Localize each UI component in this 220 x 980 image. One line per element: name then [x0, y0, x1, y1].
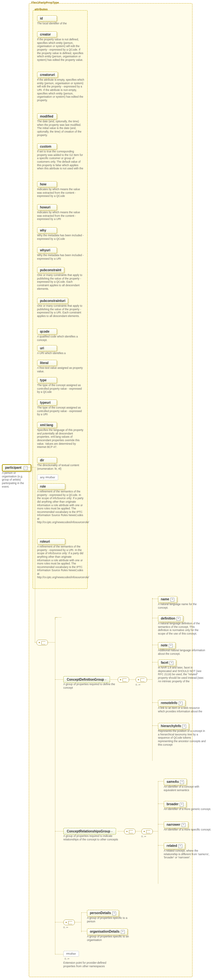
expand-icon[interactable]: + [177, 617, 180, 621]
element-remoteinfo[interactable]: remoteInfo+ [158, 700, 185, 706]
attr-modified[interactable]: modified [37, 113, 57, 119]
element-sameas[interactable]: sameAs+ [164, 779, 187, 785]
expand-icon[interactable]: + [121, 930, 125, 934]
element-desc: A group of properties specific to an org… [87, 935, 135, 942]
expand-icon[interactable]: + [112, 912, 116, 915]
attr-dir[interactable]: dir [37, 457, 57, 463]
attr-creatoruri[interactable]: creatoruri [37, 72, 58, 78]
attr-desc: If the property value is not defined, sp… [37, 38, 84, 62]
sequence-connector [118, 677, 129, 682]
attr-desc: Indicates by which means the value was e… [37, 211, 84, 221]
attr-desc: If the attribute is empty, specifies whi… [37, 78, 84, 102]
attr-why[interactable]: why [37, 228, 57, 233]
element-organisationdetails[interactable]: organisationDetails+ [87, 929, 128, 935]
element-narrower[interactable]: narrower+ [164, 821, 188, 828]
ext-occurrence: 0..∞ [65, 957, 70, 960]
attr-howuri[interactable]: howuri [37, 204, 57, 210]
crg-occurrence: 0..∞ [141, 835, 146, 838]
attributes-box-label: attributes [35, 8, 47, 11]
attr-literal[interactable]: literal [37, 360, 57, 366]
expand-icon[interactable]: + [171, 598, 174, 601]
expand-icon[interactable]: + [182, 724, 186, 729]
attr-type[interactable]: type [37, 377, 57, 383]
root-element-name: participant [5, 466, 21, 469]
attr-role[interactable]: role [37, 484, 65, 490]
attr-roleuri-desc: A refinement of the semantics of the pro… [37, 545, 85, 579]
element-name[interactable]: name+ [158, 596, 177, 603]
attr-desc: The type of the concept assigned as cont… [37, 406, 84, 416]
cdg-card[interactable]: ConceptDefinitionGroup − [63, 676, 110, 683]
choice-connector [136, 677, 147, 682]
element-desc: Represents the position of a concept in … [158, 729, 206, 746]
expand-icon[interactable]: + [180, 780, 184, 784]
collapse-icon[interactable]: − [111, 830, 112, 833]
attr-role-desc: A refinement of the semantics of the pro… [37, 490, 85, 524]
canvas: Flex1PartyPropType attributes [ {"top":4… [0, 0, 220, 980]
attr-desc: A URI which identifies a [37, 352, 84, 355]
attr-roleuri[interactable]: roleuri [37, 538, 65, 544]
extension-any-card: ##other [63, 951, 79, 957]
attr-custom[interactable]: custom [37, 143, 57, 150]
expand-icon[interactable]: + [179, 844, 182, 848]
element-broader[interactable]: broader+ [164, 801, 187, 808]
expand-icon[interactable]: + [182, 823, 185, 827]
expand-icon[interactable]: + [169, 661, 173, 665]
element-related[interactable]: related+ [164, 843, 185, 850]
element-desc: A link to an item or a web resource whic… [158, 706, 206, 713]
element-note[interactable]: note+ [158, 642, 176, 649]
attr-desc: The directionality of textual content (e… [37, 464, 84, 470]
element-facet[interactable]: facet+ [158, 660, 176, 666]
collapse-icon[interactable]: − [24, 466, 27, 470]
choice-connector [141, 829, 153, 834]
element-desc: Additional natural language information … [158, 649, 206, 655]
attr-desc: If set to true the corresponding propert… [37, 150, 84, 170]
cdg-occurrence: 0..∞ [136, 683, 140, 686]
attr-desc: Why the metadata has been included - exp… [37, 234, 84, 240]
attr-uri[interactable]: uri [37, 345, 57, 351]
attr-desc: One or many constraints that apply to pu… [37, 304, 84, 318]
any-attribute-card: any ##other [37, 474, 58, 480]
attr-id[interactable]: id [37, 15, 57, 21]
attr-desc: The type of the concept assigned as cont… [37, 383, 84, 394]
element-hierarchyinfo[interactable]: hierarchyInfo+ [158, 723, 189, 730]
attr-creator[interactable]: creator [37, 31, 57, 37]
element-desc: An identifier of a more specific concept… [164, 828, 212, 832]
attr-desc: One or many constraints that apply to pu… [37, 274, 84, 290]
attr-desc: Indicates by which means the value was e… [37, 188, 84, 198]
element-desc: An identifier of a concept with equivale… [164, 785, 212, 792]
attr-desc: The date (and, optionally, the time) whe… [37, 120, 84, 137]
any-attribute-label: any ##other [40, 476, 55, 479]
attr-typeuri[interactable]: typeuri [37, 399, 57, 406]
root-element-desc: A person or organisation (e.g. group of … [2, 471, 29, 488]
crg-desc: A group of properites required to indica… [63, 834, 127, 841]
attr-pubconstraint[interactable]: pubconstraint [37, 267, 64, 273]
element-persondetails[interactable]: personDetails+ [87, 910, 119, 916]
attr-desc: Why the metadata has been included - exp… [37, 254, 84, 260]
element-desc: In NAR 1.8 and later, facet is deprecate… [158, 666, 206, 683]
element-desc: A group of properties specific to a pers… [87, 916, 135, 923]
attr-desc: Specifies the language of this property … [37, 428, 84, 449]
expand-icon[interactable]: + [180, 803, 184, 807]
attr-whyuri[interactable]: whyuri [37, 247, 57, 253]
expand-icon[interactable]: + [169, 644, 173, 648]
attr-how[interactable]: how [37, 181, 57, 187]
attr-desc: The local identifier of the [37, 22, 84, 25]
attr-desc: A qualified code which identifies a conc… [37, 335, 84, 342]
expand-icon[interactable]: + [179, 702, 183, 705]
choice-occurrence: 0..∞ [63, 926, 68, 929]
element-desc: A natural language definition of the sem… [158, 622, 206, 635]
sequence-connector [124, 829, 136, 834]
collapse-icon[interactable]: − [105, 678, 106, 681]
attr-pubconstrainturi[interactable]: pubconstrainturi [37, 298, 68, 304]
attr-desc: A free-text value assigned as property v… [37, 366, 84, 373]
type-name-label: Flex1PartyPropType [31, 1, 59, 4]
attr-xml-lang[interactable]: xml:lang [37, 422, 57, 428]
root-element-card[interactable]: participant − [2, 464, 31, 472]
sequence-connector [36, 640, 48, 646]
crg-card[interactable]: ConceptRelationshipsGroup − [63, 828, 116, 835]
element-desc: An identifier of a more generic concept. [164, 807, 212, 811]
attr-qcode[interactable]: qcode [37, 328, 57, 334]
element-definition[interactable]: definition+ [158, 615, 183, 622]
ext-desc: Extension point for provider-defined pro… [63, 961, 114, 968]
element-desc: A natural language name for the concept. [158, 603, 206, 609]
